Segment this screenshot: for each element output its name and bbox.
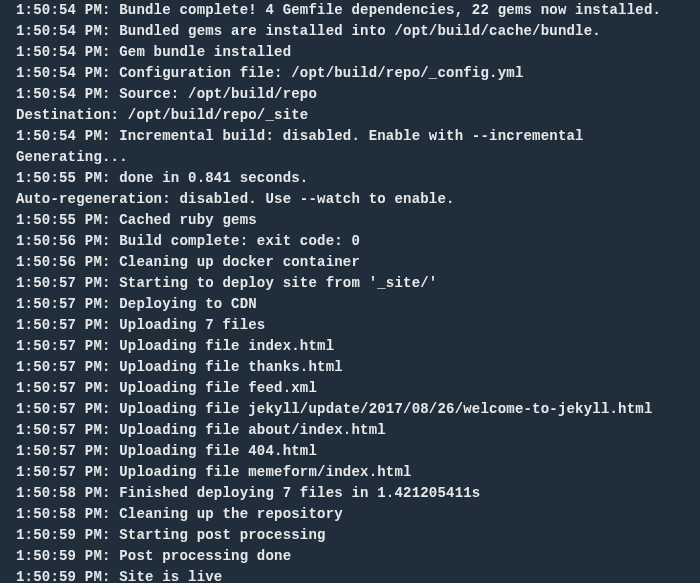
log-line: 1:50:57 PM: Uploading file memeform/inde… [16, 462, 684, 483]
log-line: 1:50:57 PM: Uploading file feed.xml [16, 378, 684, 399]
log-line: 1:50:56 PM: Cleaning up docker container [16, 252, 684, 273]
log-line: 1:50:54 PM: Source: /opt/build/repo [16, 84, 684, 105]
log-line: Generating... [16, 147, 684, 168]
log-line: Destination: /opt/build/repo/_site [16, 105, 684, 126]
log-line: 1:50:57 PM: Uploading file jekyll/update… [16, 399, 684, 420]
log-line: 1:50:57 PM: Uploading 7 files [16, 315, 684, 336]
log-line: 1:50:59 PM: Starting post processing [16, 525, 684, 546]
log-line: 1:50:54 PM: Incremental build: disabled.… [16, 126, 684, 147]
log-line: 1:50:58 PM: Cleaning up the repository [16, 504, 684, 525]
log-line: 1:50:54 PM: Gem bundle installed [16, 42, 684, 63]
log-line: 1:50:56 PM: Build complete: exit code: 0 [16, 231, 684, 252]
log-line: 1:50:57 PM: Uploading file about/index.h… [16, 420, 684, 441]
log-line: Auto-regeneration: disabled. Use --watch… [16, 189, 684, 210]
log-line: 1:50:57 PM: Uploading file thanks.html [16, 357, 684, 378]
log-line: 1:50:55 PM: Cached ruby gems [16, 210, 684, 231]
log-line: 1:50:54 PM: Bundled gems are installed i… [16, 21, 684, 42]
terminal-output: 1:50:54 PM: Bundle complete! 4 Gemfile d… [0, 0, 700, 583]
log-line: 1:50:59 PM: Site is live [16, 567, 684, 583]
log-line: 1:50:59 PM: Post processing done [16, 546, 684, 567]
log-line: 1:50:57 PM: Uploading file index.html [16, 336, 684, 357]
log-line: 1:50:54 PM: Bundle complete! 4 Gemfile d… [16, 0, 684, 21]
log-line: 1:50:54 PM: Configuration file: /opt/bui… [16, 63, 684, 84]
log-line: 1:50:57 PM: Uploading file 404.html [16, 441, 684, 462]
log-line: 1:50:55 PM: done in 0.841 seconds. [16, 168, 684, 189]
log-line: 1:50:58 PM: Finished deploying 7 files i… [16, 483, 684, 504]
log-line: 1:50:57 PM: Starting to deploy site from… [16, 273, 684, 294]
log-line: 1:50:57 PM: Deploying to CDN [16, 294, 684, 315]
